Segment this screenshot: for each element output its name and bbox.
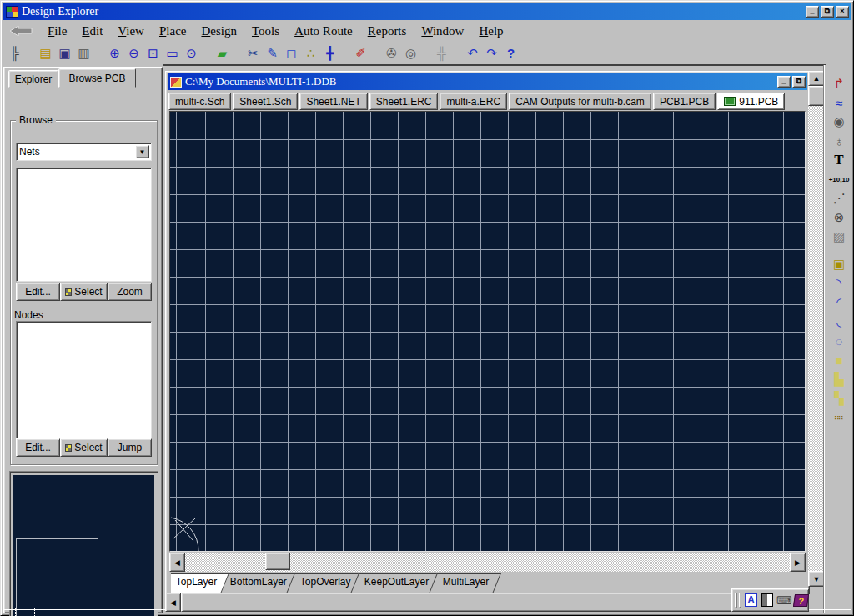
text-find-icon[interactable]: A (745, 593, 758, 607)
menu-window[interactable]: Window (414, 23, 471, 40)
tab-explorer[interactable]: Explorer (8, 70, 58, 88)
scroll-up-icon[interactable]: ▲ (808, 71, 825, 86)
help-book-icon[interactable]: ? (793, 594, 810, 607)
doc-tab-sheet1-erc[interactable]: Sheet1.ERC (369, 93, 439, 110)
place-dimension-icon[interactable]: ⋰ (828, 190, 850, 207)
layer-tab-keepoutlayer[interactable]: KeepOutLayer (350, 573, 441, 593)
place-arc-angle-icon[interactable]: ◟ (828, 313, 850, 330)
scrollbar-track[interactable] (185, 553, 790, 572)
nodes-jump-button[interactable]: Jump (108, 438, 152, 457)
grid-toggle-icon[interactable]: ╬ (432, 44, 451, 63)
menu-place[interactable]: Place (152, 23, 193, 40)
zoom-in-icon[interactable]: ⊕ (105, 44, 124, 63)
nets-select-button[interactable]: Select (60, 283, 108, 301)
interactive-route-icon[interactable]: ↱ (828, 75, 850, 92)
place-split-plane-icon[interactable]: ▚ (828, 390, 850, 407)
scroll-left-icon[interactable]: ◀ (165, 593, 181, 612)
place-track-icon[interactable]: ≈ (828, 94, 850, 111)
place-pad-icon[interactable]: ◉ (828, 113, 850, 130)
nets-listbox[interactable] (16, 168, 152, 282)
zoom-document-icon[interactable]: ⊡ (143, 44, 163, 63)
scrollbar-track[interactable] (808, 106, 825, 571)
help-icon[interactable]: ? (501, 44, 520, 63)
print-icon[interactable]: ▥ (74, 44, 93, 63)
scroll-right-icon[interactable]: ▶ (790, 553, 806, 572)
save-icon[interactable]: ▣ (55, 44, 74, 63)
menu-help[interactable]: Help (471, 23, 510, 40)
place-string-icon[interactable]: T (828, 152, 850, 168)
place-polygon-icon[interactable]: ▨ (828, 228, 850, 245)
deselect-icon[interactable]: ∴ (301, 44, 320, 63)
doc-tab-sheet1-net[interactable]: Sheet1.NET (299, 93, 367, 110)
mdi-horizontal-scrollbar[interactable]: ◀ (165, 593, 801, 612)
doc-tab-multi-a-erc[interactable]: multi-a.ERC (440, 93, 507, 110)
place-circle-icon[interactable]: ◌ (828, 333, 850, 349)
place-coordinate-icon[interactable]: +10,10 (828, 171, 850, 188)
place-room-icon[interactable]: ⊗ (828, 209, 850, 226)
menu-auto-route[interactable]: Auto Route (287, 23, 360, 40)
doc-tab-sheet1-sch[interactable]: Sheet1.Sch (233, 93, 298, 110)
doc-tab-cam-outputs-for-multi-b-cam[interactable]: CAM Outputs for multi-b.cam (509, 93, 651, 110)
polygon-mask-icon[interactable]: ✇ (382, 44, 401, 63)
place-component-icon[interactable]: ▣ (828, 256, 850, 273)
app-icon[interactable] (6, 6, 18, 18)
zoom-out-icon[interactable]: ⊖ (124, 44, 143, 63)
menu-arrow-icon[interactable] (8, 24, 33, 38)
zoom-selection-icon[interactable]: ⊙ (182, 44, 201, 63)
cross-probe-icon[interactable]: ▰ (213, 44, 232, 63)
select-area-icon[interactable]: ◻ (282, 44, 301, 63)
pcb-canvas[interactable] (169, 111, 806, 552)
canvas-horizontal-scrollbar[interactable]: ◀ ▶ (169, 553, 806, 572)
open-document-icon[interactable]: ▤ (36, 44, 55, 63)
scrollbar-thumb[interactable] (808, 86, 825, 106)
doc-tab-911-pcb[interactable]: 911.PCB (717, 93, 785, 110)
place-arc-center-icon[interactable]: ◜ (828, 294, 850, 311)
undo-icon[interactable]: ↶ (463, 44, 482, 63)
menu-file[interactable]: File (40, 23, 74, 40)
panel-icon[interactable] (759, 593, 774, 608)
nets-zoom-button[interactable]: Zoom (108, 283, 152, 301)
board-preview[interactable] (9, 471, 158, 616)
place-arc-edge-icon[interactable]: ◝ (828, 275, 850, 292)
doc-tab-multi-c-sch[interactable]: multi-c.Sch (168, 93, 231, 110)
scrollbar-thumb[interactable] (181, 593, 801, 612)
place-fill-icon[interactable]: ■ (828, 352, 850, 368)
scrollbar-thumb[interactable] (265, 553, 290, 570)
clip-wire-icon[interactable]: ✂ (244, 44, 263, 63)
zoom-area-icon[interactable]: ▭ (163, 44, 182, 63)
query-mask-icon[interactable]: ◎ (401, 44, 420, 63)
nodes-edit-button[interactable]: Edit... (16, 438, 60, 457)
doc-tab-pcb1-pcb[interactable]: PCB1.PCB (653, 93, 716, 110)
menu-design[interactable]: Design (193, 23, 244, 40)
explorer-panel-toggle-icon[interactable]: ╠ (5, 44, 24, 63)
keyboard-icon[interactable]: ⌨ (776, 593, 792, 608)
menu-view[interactable]: View (110, 23, 152, 40)
layer-tab-toplayer[interactable]: TopLayer (171, 573, 229, 593)
toolbar-grip[interactable] (739, 593, 741, 608)
nodes-listbox[interactable] (16, 321, 152, 438)
doc-restore-button[interactable]: ⧉ (792, 76, 806, 88)
redo-icon[interactable]: ↷ (482, 44, 501, 63)
board-preview-canvas[interactable] (13, 475, 154, 616)
restore-button[interactable]: ⧉ (821, 6, 834, 18)
nodes-select-button[interactable]: Select (60, 438, 108, 457)
mdi-vertical-scrollbar[interactable]: ▲ ▼ (808, 71, 825, 587)
move-object-icon[interactable]: ╋ (320, 44, 339, 63)
highlight-net-icon[interactable]: ✎ (263, 44, 282, 63)
layer-tab-multilayer[interactable]: MultiLayer (429, 573, 501, 593)
place-polygon-plane-icon[interactable]: ▙ (828, 371, 850, 388)
doc-minimize-button[interactable]: _ (777, 76, 791, 88)
toolbar-grip[interactable] (735, 593, 737, 608)
place-via-icon[interactable]: ♁ (828, 133, 850, 149)
browse-type-combobox[interactable]: Nets ▼ (16, 143, 152, 161)
wizard-icon[interactable]: ✐ (351, 44, 370, 63)
minimize-button[interactable]: _ (806, 6, 819, 18)
place-array-icon[interactable]: ∷∷ (828, 409, 850, 426)
menu-tools[interactable]: Tools (244, 23, 287, 40)
menu-reports[interactable]: Reports (360, 23, 414, 40)
tab-browse-pcb[interactable]: Browse PCB (58, 68, 136, 88)
combobox-dropdown-icon[interactable]: ▼ (135, 145, 149, 158)
menu-edit[interactable]: Edit (74, 23, 110, 40)
nets-edit-button[interactable]: Edit... (16, 283, 60, 301)
document-icon[interactable] (170, 77, 182, 88)
